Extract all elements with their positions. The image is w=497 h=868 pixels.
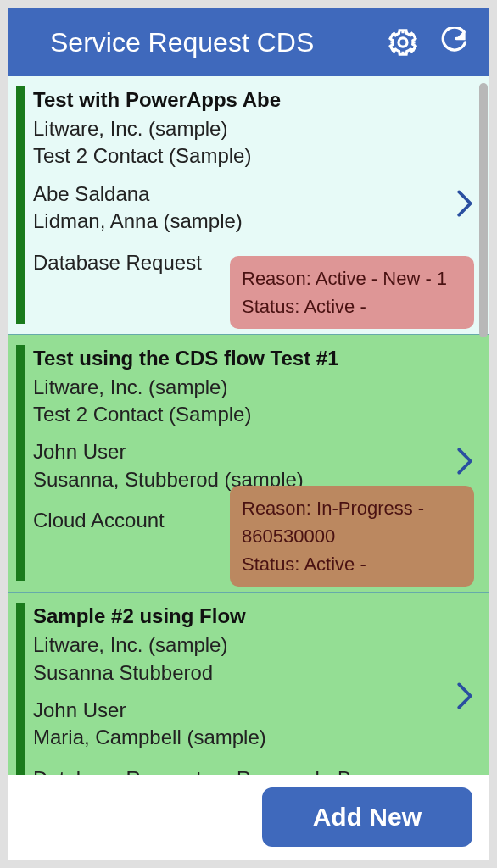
chevron-right-icon[interactable] [455,682,474,714]
app-window: Service Request CDS Test with PowerApps … [8,8,489,860]
record-title: Test using the CDS flow Test #1 [33,347,472,370]
chevron-right-icon[interactable] [455,447,474,479]
badge-status: Status: Active - [242,550,462,578]
settings-icon[interactable] [384,24,422,61]
record-contact: Test 2 Contact (Sample) [33,142,472,170]
chevron-right-icon[interactable] [455,189,474,221]
record-person-1: Abe Saldana [33,181,472,208]
record-person-2: Lidman, Anna (sample) [33,208,472,235]
add-new-button[interactable]: Add New [262,787,472,847]
record-person-2: Maria, Campbell (sample) [33,724,472,751]
record-list: Test with PowerApps AbeLitware, Inc. (sa… [8,76,489,775]
accent-bar [16,603,25,775]
record-card[interactable]: Test with PowerApps AbeLitware, Inc. (sa… [8,76,489,334]
header-bar: Service Request CDS [8,8,489,76]
badge-reason: Reason: In-Progress - 860530000 [242,494,462,550]
record-company: Litware, Inc. (sample) [33,632,472,659]
badge-reason: Reason: Active - New - 1 [242,264,462,292]
svg-point-0 [399,38,407,47]
record-card[interactable]: Sample #2 using FlowLitware, Inc. (sampl… [8,592,489,775]
footer-bar: Add New [8,775,489,860]
app-title: Service Request CDS [25,27,371,58]
inline-reason: Reason: In-Progress - [237,768,427,775]
record-company: Litware, Inc. (sample) [33,374,472,401]
record-person-1: John User [33,697,472,724]
record-title: Sample #2 using Flow [33,604,472,628]
scrollbar[interactable] [479,83,488,337]
record-person-1: John User [33,438,472,465]
accent-bar [16,345,25,582]
accent-bar [16,86,25,324]
record-company: Litware, Inc. (sample) [33,115,472,142]
record-title: Test with PowerApps Abe [33,88,472,112]
status-badge: Reason: Active - New - 1Status: Active - [230,256,474,329]
record-contact: Test 2 Contact (Sample) [33,401,472,428]
record-card[interactable]: Test using the CDS flow Test #1Litware, … [8,334,489,593]
status-badge: Reason: In-Progress - 860530000Status: A… [230,486,474,587]
record-contact: Susanna Stubberod [33,659,472,687]
badge-status: Status: Active - [242,292,462,320]
refresh-icon[interactable] [435,24,472,61]
